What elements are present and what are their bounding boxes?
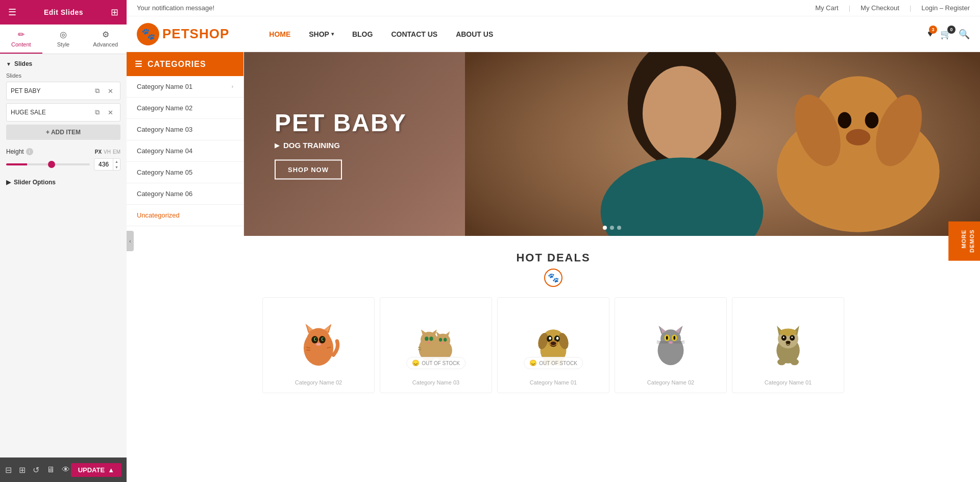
more-demos-button[interactable]: MORE DEMOS — [948, 221, 980, 260]
slide-item-1-name: PET BABY — [11, 87, 91, 94]
nav-link-contact[interactable]: CONTACT US — [382, 16, 447, 52]
update-button[interactable]: UPDATE ▲ — [71, 463, 121, 477]
main-nav: 🐾 PETSHOP HOME SHOP ▾ BLOG CONTACT US AB… — [127, 16, 980, 52]
gear-icon: ⚙ — [102, 30, 109, 39]
product-card-3[interactable]: 😞 OUT OF STOCK Category Name 01 — [497, 297, 609, 393]
slide-2-duplicate-button[interactable]: ⧉ — [91, 107, 103, 118]
category-item-2[interactable]: Category Name 02 — [127, 98, 243, 119]
slides-section-title: Slides — [14, 60, 32, 67]
panel-header: ☰ Edit Slides ⊞ — [0, 0, 127, 25]
product-card-1[interactable]: Category Name 02 — [262, 297, 375, 393]
svg-point-22 — [315, 338, 316, 341]
shop-chevron-icon: ▾ — [331, 31, 334, 37]
nav-link-shop[interactable]: SHOP ▾ — [300, 16, 343, 52]
svg-point-82 — [791, 359, 799, 366]
panel-collapse-handle[interactable]: ‹ — [127, 231, 134, 251]
hamburger-icon[interactable]: ☰ — [8, 7, 16, 18]
hero-portrait-area — [465, 52, 980, 236]
categories-header: ☰ CATEGORIES — [127, 52, 243, 76]
slider-options-header[interactable]: ▶ Slider Options — [6, 179, 120, 186]
products-grid: Category Name 02 — [137, 297, 970, 393]
layers-icon[interactable]: ⊟ — [5, 465, 12, 475]
slide-2-delete-button[interactable]: ✕ — [105, 107, 116, 118]
tab-content[interactable]: ✏ Content — [0, 25, 42, 54]
svg-point-10 — [865, 112, 878, 129]
hero-dots — [603, 226, 621, 230]
hero-content: PET BABY DOG TRAINING SHOP NOW — [275, 109, 407, 180]
preview-icon[interactable]: 👁 — [62, 465, 70, 475]
my-checkout-link[interactable]: My Checkout — [861, 4, 899, 12]
hero-shop-button[interactable]: SHOP NOW — [275, 160, 342, 180]
hero-title: PET BABY — [275, 109, 407, 137]
slides-section-header[interactable]: ▼ Slides — [6, 60, 120, 67]
cart-badge: 0 — [947, 26, 955, 34]
unit-em[interactable]: EM — [113, 149, 120, 155]
out-of-stock-2: 😞 OUT OF STOCK — [406, 357, 465, 369]
nav-link-about[interactable]: ABOUT US — [447, 16, 502, 52]
notif-sep-2: | — [910, 4, 911, 12]
category-item-uncategorized[interactable]: Uncategorized — [127, 205, 243, 226]
category-item-5[interactable]: Category Name 05 — [127, 162, 243, 183]
svg-point-37 — [429, 336, 433, 341]
hot-deals-title: HOT DEALS — [137, 251, 970, 264]
product-2-category: Category Name 03 — [385, 379, 486, 385]
svg-point-41 — [442, 343, 444, 344]
svg-point-79 — [791, 336, 793, 338]
slider-options-section: ▶ Slider Options — [6, 179, 120, 186]
desktop-icon[interactable]: 🖥 — [46, 465, 55, 475]
product-card-5[interactable]: Category Name 01 — [732, 297, 844, 393]
hero-section: ☰ CATEGORIES Category Name 01 › Category… — [127, 52, 980, 236]
category-item-4[interactable]: Category Name 04 — [127, 140, 243, 162]
wishlist-badge: 3 — [929, 26, 937, 34]
svg-point-39 — [444, 338, 447, 342]
height-slider[interactable] — [6, 163, 90, 165]
svg-point-53 — [551, 342, 556, 345]
svg-point-65 — [673, 336, 675, 340]
height-label: Height i — [6, 148, 33, 155]
history-icon[interactable]: ↺ — [33, 465, 39, 475]
wishlist-icon[interactable]: ♥ 3 — [927, 29, 933, 39]
category-item-3[interactable]: Category Name 03 — [127, 119, 243, 140]
categories-title: CATEGORIES — [148, 60, 206, 69]
hero-dot-2[interactable] — [610, 226, 614, 230]
hero-sub2: DOG TRAINING — [275, 141, 407, 150]
unit-px[interactable]: PX — [95, 149, 102, 155]
svg-point-3 — [643, 66, 721, 161]
slide-1-duplicate-button[interactable]: ⧉ — [91, 85, 103, 97]
tab-style[interactable]: ◎ Style — [42, 25, 85, 54]
unit-vh[interactable]: VH — [104, 149, 111, 155]
slider-options-label: Slider Options — [14, 179, 56, 186]
hero-dot-3[interactable] — [617, 226, 621, 230]
svg-point-75 — [780, 328, 797, 336]
product-img-2: 😞 OUT OF STOCK — [385, 308, 486, 374]
slide-item-1: PET BABY ⧉ ✕ — [6, 82, 120, 100]
product-card-4[interactable]: Category Name 02 — [615, 297, 727, 393]
nav-link-home[interactable]: HOME — [260, 16, 300, 52]
tab-advanced[interactable]: ⚙ Advanced — [84, 25, 127, 54]
search-icon[interactable]: 🔍 — [959, 29, 970, 40]
notif-sep-1: | — [849, 4, 850, 12]
grid-icon[interactable]: ⊞ — [111, 7, 118, 18]
cart-icon[interactable]: 🛒 0 — [940, 29, 951, 40]
slide-1-delete-button[interactable]: ✕ — [105, 85, 116, 97]
svg-point-64 — [666, 336, 668, 340]
notification-message: Your notification message! — [137, 4, 214, 12]
category-item-6[interactable]: Category Name 06 — [127, 183, 243, 205]
slide-item-2-name: HUGE SALE — [11, 109, 91, 116]
hero-dot-1[interactable] — [603, 226, 607, 230]
hero-banner: PET BABY DOG TRAINING SHOP NOW — [244, 52, 980, 236]
category-item-1[interactable]: Category Name 01 › — [127, 76, 243, 98]
stack-icon[interactable]: ⊞ — [19, 465, 26, 475]
slide-item-2: HUGE SALE ⧉ ✕ — [6, 103, 120, 122]
login-register-link[interactable]: Login – Register — [921, 4, 970, 12]
height-input[interactable]: 436 — [94, 159, 113, 170]
height-spin-down[interactable]: ▼ — [113, 164, 120, 170]
product-card-2[interactable]: 😞 OUT OF STOCK Category Name 03 — [380, 297, 492, 393]
add-item-button[interactable]: + ADD ITEM — [6, 125, 120, 140]
logo[interactable]: 🐾 PETSHOP — [137, 23, 229, 45]
height-spin-up[interactable]: ▲ — [113, 159, 120, 164]
my-cart-link[interactable]: My Cart — [815, 4, 839, 12]
nav-link-blog[interactable]: BLOG — [343, 16, 382, 52]
panel-content: ▼ Slides Slides PET BABY ⧉ ✕ HUGE SALE ⧉… — [0, 54, 127, 457]
hot-deals-paw-icon: 🐾 — [544, 269, 562, 287]
